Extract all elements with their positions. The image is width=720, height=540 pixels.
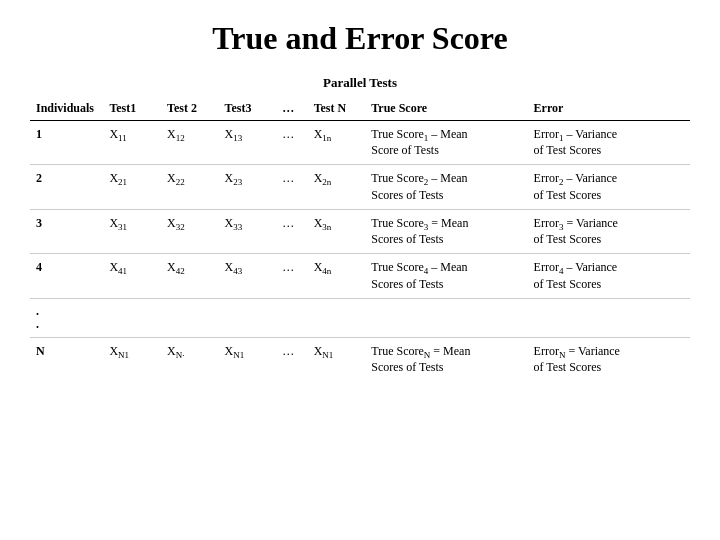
cell-t2: X42 bbox=[161, 254, 219, 298]
cell-t3: X13 bbox=[219, 121, 277, 165]
table-row: 4 X41 X42 X43 … X4n True Score4 – MeanSc… bbox=[30, 254, 690, 298]
cell-t3: XN1 bbox=[219, 337, 277, 381]
cell-tn: XN1 bbox=[308, 337, 366, 381]
cell-error: Error3 = Varianceof Test Scores bbox=[528, 209, 690, 253]
cell-tn: X1n bbox=[308, 121, 366, 165]
subtitle: Parallel Tests bbox=[323, 75, 397, 91]
col-header-test1: Test1 bbox=[103, 99, 161, 121]
cell-true-score: True Score4 – MeanScores of Tests bbox=[365, 254, 527, 298]
col-header-test2: Test 2 bbox=[161, 99, 219, 121]
scores-table: Individuals Test1 Test 2 Test3 … Test N … bbox=[30, 99, 690, 381]
cell-tn: X3n bbox=[308, 209, 366, 253]
cell-t1: XN1 bbox=[103, 337, 161, 381]
cell-t1: X21 bbox=[103, 165, 161, 209]
cell-individual: 2 bbox=[30, 165, 103, 209]
cell-true-score: True Score3 = MeanScores of Tests bbox=[365, 209, 527, 253]
cell-individual: 1 bbox=[30, 121, 103, 165]
table-row: 3 X31 X32 X33 … X3n True Score3 = MeanSc… bbox=[30, 209, 690, 253]
cell-ellipsis: … bbox=[276, 254, 307, 298]
cell-ellipsis: … bbox=[276, 337, 307, 381]
table-row: N XN1 XN· XN1 … XN1 True ScoreN = MeanSc… bbox=[30, 337, 690, 381]
cell-tn: X2n bbox=[308, 165, 366, 209]
table-row: 1 X11 X12 X13 … X1n True Score1 – MeanSc… bbox=[30, 121, 690, 165]
cell-t3: X23 bbox=[219, 165, 277, 209]
cell-true-score: True ScoreN = MeanScores of Tests bbox=[365, 337, 527, 381]
cell-t1: X11 bbox=[103, 121, 161, 165]
col-header-test3: Test3 bbox=[219, 99, 277, 121]
cell-true-score: True Score2 – MeanScores of Tests bbox=[365, 165, 527, 209]
cell-individual: 3 bbox=[30, 209, 103, 253]
cell-t2: X22 bbox=[161, 165, 219, 209]
col-header-testn: Test N bbox=[308, 99, 366, 121]
col-header-individuals: Individuals bbox=[30, 99, 103, 121]
cell-dots: .. bbox=[30, 298, 103, 337]
table-row: 2 X21 X22 X23 … X2n True Score2 – MeanSc… bbox=[30, 165, 690, 209]
cell-t3: X43 bbox=[219, 254, 277, 298]
cell-t1: X31 bbox=[103, 209, 161, 253]
table-row-dots: .. bbox=[30, 298, 690, 337]
col-header-error: Error bbox=[528, 99, 690, 121]
cell-individual: 4 bbox=[30, 254, 103, 298]
cell-error: ErrorN = Varianceof Test Scores bbox=[528, 337, 690, 381]
cell-t2: X32 bbox=[161, 209, 219, 253]
cell-ellipsis: … bbox=[276, 209, 307, 253]
cell-ellipsis: … bbox=[276, 121, 307, 165]
cell-individual: N bbox=[30, 337, 103, 381]
cell-error: Error4 – Varianceof Test Scores bbox=[528, 254, 690, 298]
col-header-ellipsis: … bbox=[276, 99, 307, 121]
col-header-true-score: True Score bbox=[365, 99, 527, 121]
cell-t2: X12 bbox=[161, 121, 219, 165]
page-title: True and Error Score bbox=[212, 20, 507, 57]
cell-t1: X41 bbox=[103, 254, 161, 298]
cell-ellipsis: … bbox=[276, 165, 307, 209]
cell-true-score: True Score1 – MeanScore of Tests bbox=[365, 121, 527, 165]
cell-empty bbox=[103, 298, 690, 337]
page: True and Error Score Parallel Tests Indi… bbox=[0, 0, 720, 540]
cell-t2: XN· bbox=[161, 337, 219, 381]
cell-error: Error2 – Varianceof Test Scores bbox=[528, 165, 690, 209]
cell-error: Error1 – Varianceof Test Scores bbox=[528, 121, 690, 165]
cell-tn: X4n bbox=[308, 254, 366, 298]
cell-t3: X33 bbox=[219, 209, 277, 253]
